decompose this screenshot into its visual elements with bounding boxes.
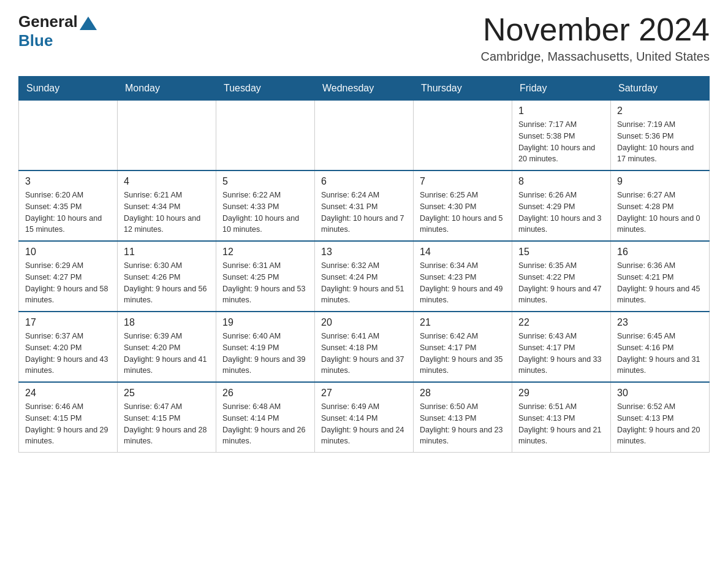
day-number: 29 xyxy=(518,388,604,399)
calendar-cell: 12Sunrise: 6:31 AMSunset: 4:25 PMDayligh… xyxy=(216,241,315,312)
calendar-cell: 8Sunrise: 6:26 AMSunset: 4:29 PMDaylight… xyxy=(512,170,611,241)
day-info: Sunrise: 6:49 AMSunset: 4:14 PMDaylight:… xyxy=(321,401,407,447)
calendar-cell: 2Sunrise: 7:19 AMSunset: 5:36 PMDaylight… xyxy=(611,101,710,171)
day-info: Sunrise: 6:24 AMSunset: 4:31 PMDaylight:… xyxy=(321,190,407,236)
calendar-cell: 27Sunrise: 6:49 AMSunset: 4:14 PMDayligh… xyxy=(315,382,414,453)
calendar-cell: 9Sunrise: 6:27 AMSunset: 4:28 PMDaylight… xyxy=(611,170,710,241)
day-number: 10 xyxy=(25,247,111,258)
day-number: 28 xyxy=(420,388,506,399)
day-info: Sunrise: 6:51 AMSunset: 4:13 PMDaylight:… xyxy=(518,401,604,447)
day-number: 7 xyxy=(420,176,506,187)
day-number: 19 xyxy=(222,317,308,328)
logo-triangle-icon xyxy=(80,17,97,30)
day-info: Sunrise: 6:25 AMSunset: 4:30 PMDaylight:… xyxy=(420,190,506,236)
day-header-monday: Monday xyxy=(118,77,216,101)
calendar-cell: 26Sunrise: 6:48 AMSunset: 4:14 PMDayligh… xyxy=(216,382,315,453)
day-info: Sunrise: 6:47 AMSunset: 4:15 PMDaylight:… xyxy=(124,401,210,447)
calendar-cell: 23Sunrise: 6:45 AMSunset: 4:16 PMDayligh… xyxy=(611,312,710,382)
calendar-cell: 14Sunrise: 6:34 AMSunset: 4:23 PMDayligh… xyxy=(414,241,512,312)
logo: General Blue xyxy=(18,12,97,50)
day-number: 26 xyxy=(222,388,308,399)
calendar-cell: 21Sunrise: 6:42 AMSunset: 4:17 PMDayligh… xyxy=(414,312,512,382)
calendar-table: SundayMondayTuesdayWednesdayThursdayFrid… xyxy=(18,76,710,453)
day-header-friday: Friday xyxy=(512,77,611,101)
calendar-week-row: 17Sunrise: 6:37 AMSunset: 4:20 PMDayligh… xyxy=(19,312,710,382)
calendar-cell: 17Sunrise: 6:37 AMSunset: 4:20 PMDayligh… xyxy=(19,312,118,382)
day-info: Sunrise: 6:35 AMSunset: 4:22 PMDaylight:… xyxy=(518,260,604,306)
day-info: Sunrise: 6:37 AMSunset: 4:20 PMDaylight:… xyxy=(25,331,111,377)
calendar-cell: 15Sunrise: 6:35 AMSunset: 4:22 PMDayligh… xyxy=(512,241,611,312)
calendar-cell: 6Sunrise: 6:24 AMSunset: 4:31 PMDaylight… xyxy=(315,170,414,241)
day-info: Sunrise: 6:50 AMSunset: 4:13 PMDaylight:… xyxy=(420,401,506,447)
calendar-cell: 30Sunrise: 6:52 AMSunset: 4:13 PMDayligh… xyxy=(611,382,710,453)
calendar-cell: 19Sunrise: 6:40 AMSunset: 4:19 PMDayligh… xyxy=(216,312,315,382)
day-number: 21 xyxy=(420,317,506,328)
day-info: Sunrise: 6:36 AMSunset: 4:21 PMDaylight:… xyxy=(617,260,703,306)
day-number: 14 xyxy=(420,247,506,258)
day-number: 16 xyxy=(617,247,703,258)
day-info: Sunrise: 6:40 AMSunset: 4:19 PMDaylight:… xyxy=(222,331,308,377)
calendar-cell xyxy=(118,101,216,171)
month-year-title: November 2024 xyxy=(480,12,710,47)
day-info: Sunrise: 6:42 AMSunset: 4:17 PMDaylight:… xyxy=(420,331,506,377)
day-info: Sunrise: 6:48 AMSunset: 4:14 PMDaylight:… xyxy=(222,401,308,447)
day-number: 22 xyxy=(518,317,604,328)
calendar-cell: 18Sunrise: 6:39 AMSunset: 4:20 PMDayligh… xyxy=(118,312,216,382)
day-info: Sunrise: 6:46 AMSunset: 4:15 PMDaylight:… xyxy=(25,401,111,447)
day-number: 3 xyxy=(25,176,111,187)
day-number: 8 xyxy=(518,176,604,187)
title-section: November 2024 Cambridge, Massachusetts, … xyxy=(480,12,710,64)
day-number: 11 xyxy=(124,247,210,258)
calendar-cell: 16Sunrise: 6:36 AMSunset: 4:21 PMDayligh… xyxy=(611,241,710,312)
day-info: Sunrise: 6:31 AMSunset: 4:25 PMDaylight:… xyxy=(222,260,308,306)
day-number: 13 xyxy=(321,247,407,258)
day-header-saturday: Saturday xyxy=(611,77,710,101)
calendar-cell: 25Sunrise: 6:47 AMSunset: 4:15 PMDayligh… xyxy=(118,382,216,453)
logo-general-text: General xyxy=(18,12,78,31)
calendar-cell: 3Sunrise: 6:20 AMSunset: 4:35 PMDaylight… xyxy=(19,170,118,241)
day-info: Sunrise: 6:29 AMSunset: 4:27 PMDaylight:… xyxy=(25,260,111,306)
day-info: Sunrise: 6:32 AMSunset: 4:24 PMDaylight:… xyxy=(321,260,407,306)
day-header-tuesday: Tuesday xyxy=(216,77,315,101)
day-number: 24 xyxy=(25,388,111,399)
day-number: 9 xyxy=(617,176,703,187)
calendar-cell xyxy=(414,101,512,171)
day-number: 23 xyxy=(617,317,703,328)
day-number: 30 xyxy=(617,388,703,399)
day-header-wednesday: Wednesday xyxy=(315,77,414,101)
calendar-week-row: 3Sunrise: 6:20 AMSunset: 4:35 PMDaylight… xyxy=(19,170,710,241)
day-info: Sunrise: 7:19 AMSunset: 5:36 PMDaylight:… xyxy=(617,119,703,165)
day-header-sunday: Sunday xyxy=(19,77,118,101)
logo-blue-text: Blue xyxy=(18,31,53,50)
calendar-cell: 22Sunrise: 6:43 AMSunset: 4:17 PMDayligh… xyxy=(512,312,611,382)
calendar-week-row: 24Sunrise: 6:46 AMSunset: 4:15 PMDayligh… xyxy=(19,382,710,453)
day-number: 5 xyxy=(222,176,308,187)
calendar-week-row: 1Sunrise: 7:17 AMSunset: 5:38 PMDaylight… xyxy=(19,101,710,171)
day-number: 2 xyxy=(617,105,703,117)
day-number: 20 xyxy=(321,317,407,328)
calendar-cell: 4Sunrise: 6:21 AMSunset: 4:34 PMDaylight… xyxy=(118,170,216,241)
calendar-cell: 20Sunrise: 6:41 AMSunset: 4:18 PMDayligh… xyxy=(315,312,414,382)
day-info: Sunrise: 6:20 AMSunset: 4:35 PMDaylight:… xyxy=(25,190,111,236)
day-header-thursday: Thursday xyxy=(414,77,512,101)
day-number: 4 xyxy=(124,176,210,187)
day-info: Sunrise: 6:21 AMSunset: 4:34 PMDaylight:… xyxy=(124,190,210,236)
day-number: 6 xyxy=(321,176,407,187)
calendar-cell: 5Sunrise: 6:22 AMSunset: 4:33 PMDaylight… xyxy=(216,170,315,241)
calendar-cell: 28Sunrise: 6:50 AMSunset: 4:13 PMDayligh… xyxy=(414,382,512,453)
calendar-cell xyxy=(315,101,414,171)
page-header: General Blue November 2024 Cambridge, Ma… xyxy=(18,12,710,64)
day-info: Sunrise: 6:26 AMSunset: 4:29 PMDaylight:… xyxy=(518,190,604,236)
day-info: Sunrise: 6:39 AMSunset: 4:20 PMDaylight:… xyxy=(124,331,210,377)
calendar-cell: 11Sunrise: 6:30 AMSunset: 4:26 PMDayligh… xyxy=(118,241,216,312)
calendar-cell: 1Sunrise: 7:17 AMSunset: 5:38 PMDaylight… xyxy=(512,101,611,171)
calendar-cell xyxy=(216,101,315,171)
day-number: 27 xyxy=(321,388,407,399)
day-number: 18 xyxy=(124,317,210,328)
calendar-header-row: SundayMondayTuesdayWednesdayThursdayFrid… xyxy=(19,77,710,101)
day-number: 15 xyxy=(518,247,604,258)
day-info: Sunrise: 6:34 AMSunset: 4:23 PMDaylight:… xyxy=(420,260,506,306)
calendar-cell: 10Sunrise: 6:29 AMSunset: 4:27 PMDayligh… xyxy=(19,241,118,312)
day-info: Sunrise: 6:52 AMSunset: 4:13 PMDaylight:… xyxy=(617,401,703,447)
calendar-week-row: 10Sunrise: 6:29 AMSunset: 4:27 PMDayligh… xyxy=(19,241,710,312)
